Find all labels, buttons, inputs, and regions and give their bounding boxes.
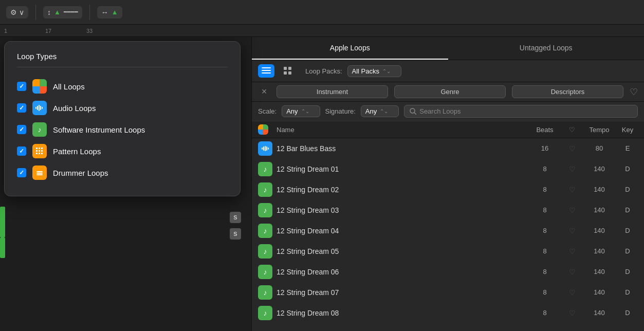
- track-block-1: [0, 207, 5, 237]
- favorites-heart-button[interactable]: ♡: [630, 86, 638, 98]
- checkbox-audio[interactable]: [17, 103, 26, 113]
- table-row[interactable]: ♪12 String Dream 068♡140D: [252, 262, 644, 282]
- chevron-sig-icon: ⌃⌄: [380, 108, 388, 114]
- loop-type-pattern[interactable]: Pattern Loops: [17, 140, 228, 162]
- row-favorite-button[interactable]: ♡: [563, 206, 581, 214]
- row-beats: 8: [527, 165, 563, 173]
- table-row[interactable]: ♪12 String Dream 018♡140D: [252, 159, 644, 179]
- checkbox-drummer[interactable]: [17, 168, 26, 177]
- svg-rect-29: [266, 146, 267, 151]
- s-badge-1[interactable]: S: [230, 212, 241, 223]
- ruler-mark-17: 17: [45, 28, 86, 34]
- search-box[interactable]: Search Loops: [404, 105, 638, 118]
- row-name: 12 String Dream 03: [277, 206, 527, 214]
- label-software-loops: Software Instrument Loops: [53, 125, 145, 134]
- row-key: D: [617, 206, 638, 214]
- table-row[interactable]: ♪12 String Dream 038♡140D: [252, 200, 644, 220]
- row-type-icon: ♪: [258, 162, 272, 176]
- row-favorite-button[interactable]: ♡: [563, 268, 581, 276]
- scale-select[interactable]: Any ⌃⌄: [282, 105, 320, 117]
- row-type-icon: [258, 141, 272, 156]
- list-view-button[interactable]: [258, 64, 274, 78]
- main-area: Loop Types All Loops: [0, 37, 644, 331]
- table-row[interactable]: ♪12 String Dream 048♡140D: [252, 220, 644, 241]
- loop-type-audio[interactable]: Audio Loops: [17, 97, 228, 119]
- table-row[interactable]: ♪12 String Dream 058♡140D: [252, 241, 644, 262]
- chevron-scale-icon: ⌃⌄: [301, 108, 309, 114]
- row-tempo: 140: [581, 288, 617, 296]
- toolbar-divider2: [89, 5, 90, 20]
- row-favorite-button[interactable]: ♡: [563, 309, 581, 317]
- lr-arrows-icon[interactable]: ↔: [101, 8, 108, 16]
- s-badge-2[interactable]: S: [230, 228, 241, 240]
- loop-browser: Apple Loops Untagged Loops: [252, 37, 644, 331]
- row-favorite-button[interactable]: ♡: [563, 186, 581, 194]
- row-type-icon: ♪: [258, 182, 272, 197]
- loop-types-popup: Loop Types All Loops: [4, 41, 241, 196]
- row-favorite-button[interactable]: ♡: [563, 144, 581, 153]
- table-row[interactable]: 12 Bar Blues Bass16♡80E: [252, 138, 644, 159]
- row-name: 12 String Dream 02: [277, 186, 527, 194]
- header-tempo[interactable]: Tempo: [581, 126, 617, 134]
- ruler: 1 17 33: [0, 25, 644, 37]
- scale-row: Scale: Any ⌃⌄ Signature: Any ⌃⌄ Search L…: [252, 102, 644, 121]
- svg-rect-8: [36, 150, 38, 152]
- scale-label: Scale:: [258, 107, 277, 115]
- descriptors-filter-button[interactable]: Descriptors: [512, 85, 623, 98]
- search-placeholder: Search Loops: [419, 107, 461, 115]
- track-block-2: [0, 237, 5, 258]
- icon-pattern-loops: [32, 144, 47, 158]
- svg-rect-21: [288, 67, 291, 70]
- svg-rect-0: [35, 107, 36, 109]
- row-tempo: 140: [581, 165, 617, 173]
- checkbox-all[interactable]: [17, 82, 26, 91]
- svg-rect-20: [284, 67, 287, 70]
- row-beats: 8: [527, 206, 563, 214]
- row-name: 12 String Dream 05: [277, 247, 527, 255]
- header-name[interactable]: Name: [277, 126, 527, 134]
- svg-rect-13: [41, 153, 43, 154]
- header-key[interactable]: Key: [617, 126, 638, 134]
- row-type-icon: ♪: [258, 285, 272, 300]
- row-favorite-button[interactable]: ♡: [563, 227, 581, 235]
- svg-rect-4: [42, 107, 43, 109]
- row-tempo: 140: [581, 186, 617, 193]
- loop-type-drummer[interactable]: Drummer Loops: [17, 162, 228, 183]
- svg-rect-11: [36, 153, 38, 154]
- tab-apple-loops[interactable]: Apple Loops: [252, 37, 448, 60]
- loop-packs-select[interactable]: All Packs ⌃⌄: [347, 65, 401, 77]
- svg-rect-16: [36, 174, 43, 175]
- table-row[interactable]: ♪12 String Dream 028♡140D: [252, 179, 644, 200]
- label-all-loops: All Loops: [53, 82, 85, 91]
- svg-rect-18: [262, 70, 271, 71]
- row-beats: 8: [527, 268, 563, 275]
- svg-rect-12: [39, 153, 40, 154]
- table-row[interactable]: ♪12 String Dream 078♡140D: [252, 282, 644, 303]
- svg-rect-19: [262, 72, 271, 73]
- checkbox-pattern[interactable]: [17, 146, 26, 156]
- loop-type-all[interactable]: All Loops: [17, 76, 228, 97]
- row-beats: 8: [527, 227, 563, 234]
- row-favorite-button[interactable]: ♡: [563, 165, 581, 173]
- tab-untagged-loops[interactable]: Untagged Loops: [448, 37, 645, 60]
- svg-rect-9: [39, 150, 40, 152]
- signature-select[interactable]: Any ⌃⌄: [361, 105, 399, 117]
- loop-type-software[interactable]: ♪ Software Instrument Loops: [17, 119, 228, 140]
- row-key: D: [617, 165, 638, 173]
- header-beats[interactable]: Beats: [527, 126, 563, 134]
- genre-filter-button[interactable]: Genre: [394, 85, 506, 98]
- filter-close-button[interactable]: ×: [258, 86, 270, 97]
- svg-rect-23: [288, 71, 291, 75]
- level-indicator: ▲: [54, 8, 61, 16]
- table-row[interactable]: ♪12 String Dream 088♡140D: [252, 303, 644, 323]
- checkbox-software[interactable]: [17, 125, 26, 134]
- grid-view-button[interactable]: [280, 64, 296, 78]
- controls-row: Loop Packs: All Packs ⌃⌄: [252, 60, 644, 82]
- instrument-filter-button[interactable]: Instrument: [277, 85, 388, 98]
- svg-rect-22: [284, 71, 287, 75]
- row-favorite-button[interactable]: ♡: [563, 247, 581, 255]
- up-down-icon[interactable]: ↕: [47, 8, 51, 16]
- gear-button[interactable]: ⚙ ∨: [10, 8, 24, 16]
- row-tempo: 140: [581, 309, 617, 317]
- row-favorite-button[interactable]: ♡: [563, 288, 581, 297]
